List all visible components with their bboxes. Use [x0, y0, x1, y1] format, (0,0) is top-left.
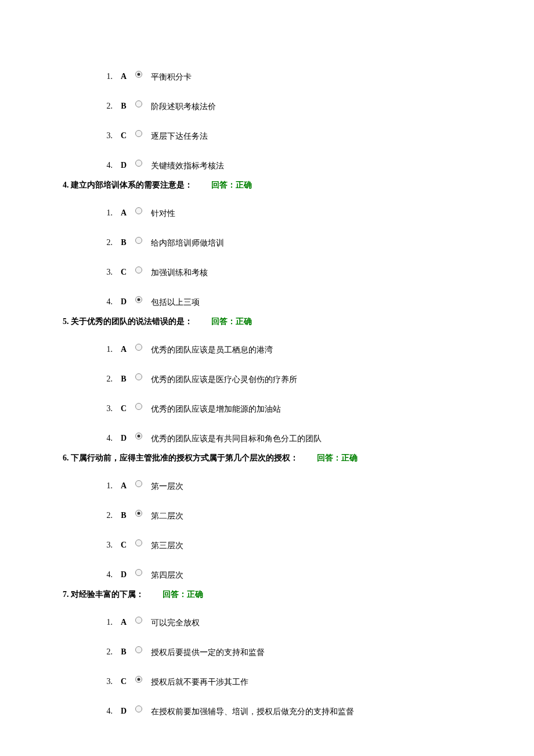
radio-unselected-icon[interactable]: [135, 100, 143, 108]
option-number: 1.: [99, 616, 113, 628]
option-text: 授权后要提供一定的支持和监督: [151, 645, 265, 658]
option-text: 平衡积分卡: [151, 70, 192, 83]
svg-point-9: [138, 298, 140, 301]
option-text: 授权后就不要再干涉其工作: [151, 675, 248, 688]
svg-point-12: [136, 403, 142, 409]
option-letter: B: [117, 509, 130, 521]
option-letter: A: [117, 207, 130, 219]
option-row: 3. C 第三层次: [63, 538, 499, 552]
option-letter: D: [117, 296, 130, 308]
radio-unselected-icon[interactable]: [135, 539, 143, 547]
radio-unselected-icon[interactable]: [135, 616, 143, 624]
question-number: 7.: [63, 590, 69, 599]
option-row: 2. B 授权后要提供一定的支持和监督: [63, 645, 499, 658]
radio-unselected-icon[interactable]: [135, 207, 143, 215]
svg-point-5: [136, 207, 142, 214]
option-letter: C: [117, 539, 130, 551]
option-text: 在授权前要加强辅导、培训，授权后做充分的支持和监督: [151, 704, 354, 718]
option-letter: B: [117, 100, 130, 112]
option-number: 2.: [99, 100, 113, 112]
svg-point-15: [136, 480, 142, 487]
svg-point-23: [138, 678, 140, 681]
option-text: 优秀的团队应该是增加能源的加油站: [151, 402, 281, 415]
svg-point-18: [136, 539, 142, 546]
option-letter: D: [117, 568, 130, 581]
option-letter: B: [117, 646, 130, 658]
option-number: 2.: [99, 236, 113, 249]
radio-unselected-icon[interactable]: [135, 402, 143, 411]
option-row: 3. C 优秀的团队应该是增加能源的加油站: [63, 402, 499, 415]
option-letter: A: [117, 480, 130, 492]
svg-point-20: [136, 617, 142, 623]
radio-selected-icon[interactable]: [135, 296, 143, 304]
svg-point-10: [136, 344, 142, 350]
question-number: 5.: [63, 317, 69, 326]
option-row: 3. C 加强训练和考核: [63, 265, 499, 279]
option-row: 2. B 阶段述职考核法价: [63, 99, 499, 113]
question-text: 建立内部培训体系的需要注意是：: [71, 181, 193, 189]
radio-unselected-icon[interactable]: [135, 159, 143, 167]
radio-unselected-icon[interactable]: [135, 236, 143, 244]
option-letter: C: [117, 266, 130, 278]
option-text: 第三层次: [151, 538, 183, 552]
svg-point-24: [136, 705, 142, 712]
radio-unselected-icon[interactable]: [135, 646, 143, 654]
svg-point-17: [138, 512, 140, 514]
question-header: 7. 对经验丰富的下属： 回答：正确: [63, 588, 499, 600]
radio-unselected-icon[interactable]: [135, 480, 143, 488]
option-number: 4.: [99, 159, 113, 171]
radio-unselected-icon[interactable]: [135, 343, 143, 351]
option-row: 2. B 给内部培训师做培训: [63, 236, 499, 249]
option-text: 优秀的团队应该是员工栖息的港湾: [151, 343, 273, 356]
option-number: 2.: [99, 646, 113, 658]
radio-unselected-icon[interactable]: [135, 705, 143, 713]
svg-point-2: [136, 100, 142, 107]
option-text: 阶段述职考核法价: [151, 99, 216, 113]
svg-point-3: [136, 130, 142, 136]
radio-unselected-icon[interactable]: [135, 129, 143, 138]
option-row: 4. D 在授权前要加强辅导、培训，授权后做充分的支持和监督: [63, 704, 499, 718]
option-row: 4. D 关键绩效指标考核法: [63, 159, 499, 172]
question-text: 下属行动前，应得主管批准的授权方式属于第几个层次的授权：: [71, 453, 298, 462]
radio-unselected-icon[interactable]: [135, 568, 143, 577]
option-row: 2. B 第二层次: [63, 509, 499, 522]
option-number: 3.: [99, 266, 113, 278]
option-text: 优秀的团队应该是医疗心灵创伤的疗养所: [151, 372, 297, 386]
option-number: 2.: [99, 373, 113, 385]
answer-feedback: 回答：正确: [163, 590, 203, 599]
option-text: 可以完全放权: [151, 615, 200, 629]
question-header: 6. 下属行动前，应得主管批准的授权方式属于第几个层次的授权： 回答：正确: [63, 452, 499, 464]
option-row: 1. A 针对性: [63, 206, 499, 219]
option-text: 第二层次: [151, 509, 183, 522]
option-letter: A: [117, 343, 130, 355]
option-number: 4.: [99, 568, 113, 581]
option-text: 逐层下达任务法: [151, 129, 208, 142]
radio-unselected-icon[interactable]: [135, 266, 143, 274]
radio-unselected-icon[interactable]: [135, 373, 143, 381]
quiz-container: 1. A 平衡积分卡 2. B 阶段述职考核法价 3. C 逐层下达任务法 4.…: [63, 70, 499, 718]
option-row: 2. B 优秀的团队应该是医疗心灵创伤的疗养所: [63, 372, 499, 386]
option-number: 1.: [99, 343, 113, 355]
svg-point-4: [136, 160, 142, 166]
option-number: 4.: [99, 432, 113, 444]
option-row: 1. A 优秀的团队应该是员工栖息的港湾: [63, 343, 499, 356]
question-text: 对经验丰富的下属：: [71, 590, 144, 599]
option-number: 4.: [99, 705, 113, 717]
option-number: 2.: [99, 509, 113, 521]
option-number: 4.: [99, 296, 113, 308]
answer-feedback: 回答：正确: [211, 317, 252, 326]
option-letter: C: [117, 129, 130, 142]
option-letter: C: [117, 402, 130, 415]
option-letter: D: [117, 159, 130, 171]
option-text: 给内部培训师做培训: [151, 236, 224, 249]
radio-selected-icon[interactable]: [135, 432, 143, 440]
option-text: 针对性: [151, 206, 175, 219]
option-text: 第一层次: [151, 479, 183, 492]
radio-selected-icon[interactable]: [135, 509, 143, 517]
radio-selected-icon[interactable]: [135, 675, 143, 683]
answer-feedback: 回答：正确: [211, 181, 252, 189]
radio-selected-icon[interactable]: [135, 70, 143, 78]
svg-point-6: [136, 237, 142, 243]
option-row: 1. A 第一层次: [63, 479, 499, 492]
question-number: 6.: [63, 453, 69, 462]
